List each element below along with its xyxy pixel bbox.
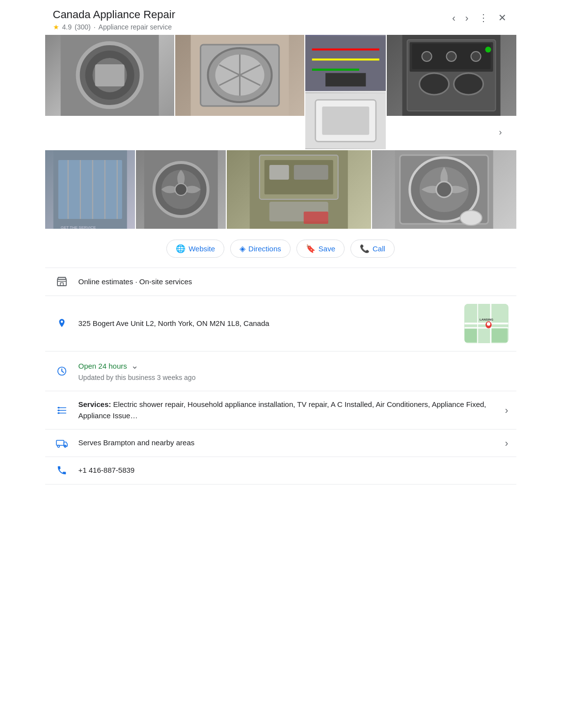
svg-point-26: [422, 52, 432, 61]
svg-point-24: [454, 73, 483, 95]
svg-point-78: [57, 445, 59, 447]
photo-9[interactable]: [372, 150, 516, 229]
svg-point-53: [436, 182, 452, 197]
hours-updated: Updated by this business 3 weeks ago: [79, 373, 508, 383]
svg-rect-19: [322, 107, 369, 135]
photo-4[interactable]: [305, 92, 386, 149]
svg-point-29: [485, 47, 491, 53]
photo-6[interactable]: GET THE SERVICE: [45, 150, 135, 229]
header-left: Canada Appliance Repair ★ 4.9 (300) · Ap…: [53, 8, 176, 31]
services-badge-row: Online estimates · On-site services: [45, 268, 516, 296]
phone-icon: [53, 465, 71, 476]
svg-point-41: [175, 184, 187, 195]
svg-line-70: [62, 371, 64, 373]
directions-icon: ◈: [240, 244, 245, 253]
svg-point-27: [447, 52, 456, 61]
services-list-text: Electric shower repair, Household applia…: [79, 400, 486, 420]
separator: ·: [94, 23, 96, 31]
photo-row-2: GET THE SERVICE: [45, 150, 516, 229]
hours-status: Open 24 hours ⌄: [79, 359, 508, 373]
photo-8[interactable]: [227, 150, 371, 229]
phone-text: +1 416-887-5839: [79, 465, 508, 476]
star-icon: ★: [53, 23, 59, 31]
phone-row[interactable]: +1 416-887-5839: [45, 457, 516, 485]
svg-rect-45: [269, 165, 289, 180]
svg-point-74: [57, 409, 59, 411]
truck-icon: [53, 438, 71, 449]
svg-rect-4: [95, 64, 124, 86]
svg-rect-64: [464, 329, 477, 343]
save-icon: 🔖: [306, 244, 316, 253]
services-badge-text: Online estimates · On-site services: [79, 276, 508, 288]
directions-button[interactable]: ◈ Directions: [230, 240, 291, 258]
services-list-icon: [53, 405, 71, 416]
svg-point-23: [420, 73, 449, 95]
service-area-text: Serves Brampton and nearby areas: [79, 437, 497, 449]
svg-rect-16: [325, 73, 366, 86]
website-icon: 🌐: [176, 244, 186, 253]
business-subtitle: ★ 4.9 (300) · Appliance repair service: [53, 23, 176, 31]
svg-rect-48: [304, 212, 328, 224]
svg-rect-57: [60, 283, 63, 286]
hours-content: Open 24 hours ⌄ Updated by this business…: [79, 359, 508, 383]
svg-rect-63: [491, 328, 507, 342]
svg-point-76: [57, 412, 59, 414]
svg-point-67: [486, 322, 490, 325]
photo-gallery: GET THE SERVICE: [45, 35, 516, 230]
svg-point-54: [460, 211, 482, 225]
service-area-row[interactable]: Serves Brampton and nearby areas ›: [45, 430, 516, 457]
more-button[interactable]: ⋮: [477, 10, 490, 26]
prev-button[interactable]: ‹: [450, 10, 457, 26]
photo-row-1: [45, 35, 516, 149]
website-button[interactable]: 🌐 Website: [166, 240, 224, 258]
business-name: Canada Appliance Repair: [53, 8, 176, 22]
photo-5[interactable]: [387, 35, 516, 116]
svg-text:GET THE SERVICE: GET THE SERVICE: [60, 225, 96, 229]
service-area-expand-icon[interactable]: ›: [505, 437, 508, 449]
svg-text:LANSING: LANSING: [480, 318, 493, 321]
rating-value: 4.9: [62, 23, 72, 31]
hours-expand-icon[interactable]: ⌄: [131, 359, 138, 373]
action-buttons-group: 🌐 Website ◈ Directions 🔖 Save 📞 Call: [45, 230, 516, 268]
category: Appliance repair service: [99, 23, 172, 31]
photo-7[interactable]: [136, 150, 226, 229]
services-row[interactable]: Services: Electric shower repair, Househ…: [45, 391, 516, 430]
svg-point-72: [57, 406, 59, 408]
map-thumbnail[interactable]: LANSING: [464, 304, 508, 343]
services-expand-icon[interactable]: ›: [505, 404, 508, 416]
close-button[interactable]: ✕: [496, 10, 508, 26]
address-row[interactable]: 325 Bogert Ave Unit L2, North York, ON M…: [45, 296, 516, 351]
call-button[interactable]: 📞 Call: [350, 240, 395, 258]
photo-1[interactable]: [45, 35, 174, 116]
business-header: Canada Appliance Repair ★ 4.9 (300) · Ap…: [45, 0, 516, 35]
info-section: Online estimates · On-site services 325 …: [45, 268, 516, 485]
photo-2[interactable]: [175, 35, 304, 116]
clock-icon: [53, 366, 71, 377]
header-controls: ‹ › ⋮ ✕: [450, 8, 508, 26]
next-button[interactable]: ›: [463, 10, 471, 26]
services-content: Services: Electric shower repair, Househ…: [79, 399, 497, 421]
photo-3[interactable]: [305, 35, 386, 92]
hours-row[interactable]: Open 24 hours ⌄ Updated by this business…: [45, 351, 516, 391]
save-button[interactable]: 🔖 Save: [296, 240, 345, 258]
svg-point-28: [471, 52, 481, 61]
call-icon: 📞: [360, 244, 370, 253]
address-text: 325 Bogert Ave Unit L2, North York, ON M…: [79, 318, 456, 329]
review-count: (300): [75, 23, 91, 31]
svg-rect-77: [56, 440, 63, 445]
gallery-next-button[interactable]: ›: [491, 122, 510, 142]
location-icon: [53, 318, 71, 329]
store-icon: [53, 276, 71, 288]
svg-rect-46: [294, 165, 328, 180]
